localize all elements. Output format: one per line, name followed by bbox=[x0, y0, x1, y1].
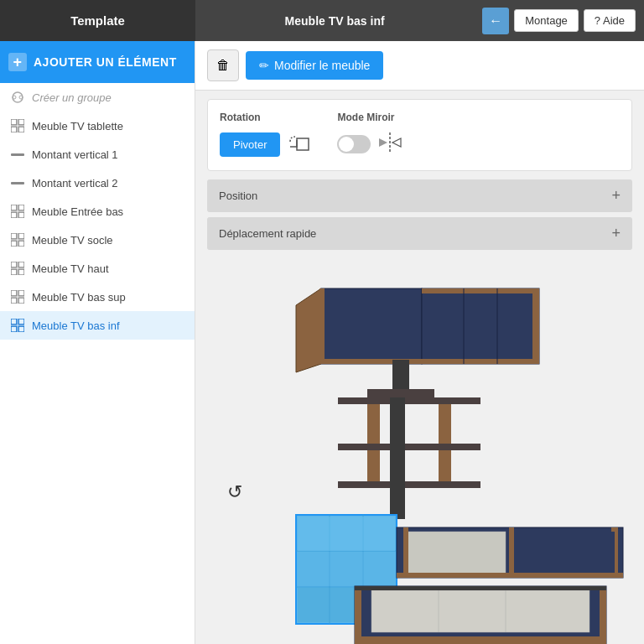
grid-icon-5 bbox=[10, 289, 25, 304]
back-button[interactable]: ← bbox=[482, 8, 509, 34]
svg-rect-5 bbox=[11, 127, 17, 132]
grid-icon-2 bbox=[10, 204, 25, 219]
svg-rect-62 bbox=[509, 527, 514, 578]
grid-icon-3 bbox=[10, 232, 25, 247]
svg-rect-6 bbox=[18, 127, 24, 132]
svg-rect-10 bbox=[18, 212, 24, 218]
sidebar-item-label: Meuble TV socle bbox=[32, 234, 113, 247]
sidebar: + AJOUTER UN ÉLÉMENT Créer un groupe Meu… bbox=[0, 41, 195, 644]
svg-rect-35 bbox=[422, 288, 539, 364]
deplacement-expand-icon: + bbox=[611, 225, 621, 242]
svg-rect-13 bbox=[11, 241, 17, 247]
svg-marker-30 bbox=[392, 138, 401, 147]
sidebar-item-haut[interactable]: Meuble TV haut bbox=[0, 254, 195, 283]
svg-rect-60 bbox=[405, 532, 506, 574]
svg-rect-36 bbox=[532, 288, 539, 364]
rotate-cursor-icon: ↺ bbox=[227, 481, 242, 503]
sidebar-item-montant2[interactable]: Montant vertical 2 bbox=[0, 169, 195, 197]
svg-rect-17 bbox=[11, 269, 17, 275]
main-layout: + AJOUTER UN ÉLÉMENT Créer un groupe Meu… bbox=[0, 41, 644, 644]
modifier-meuble-button[interactable]: ✏ Modifier le meuble bbox=[246, 51, 383, 80]
sidebar-item-montant1[interactable]: Montant vertical 1 bbox=[0, 140, 195, 169]
svg-rect-49 bbox=[338, 481, 480, 488]
top-bar-actions: ← Montage ? Aide bbox=[474, 0, 644, 41]
svg-rect-48 bbox=[439, 450, 451, 484]
svg-rect-68 bbox=[355, 586, 361, 644]
svg-rect-9 bbox=[11, 212, 17, 218]
svg-rect-70 bbox=[371, 590, 589, 632]
svg-rect-3 bbox=[11, 119, 17, 125]
svg-rect-73 bbox=[355, 586, 606, 590]
line-icon-2 bbox=[10, 175, 25, 190]
svg-rect-8 bbox=[18, 205, 24, 210]
group-icon bbox=[10, 90, 25, 105]
sidebar-item-bas-inf[interactable]: Meuble TV bas inf bbox=[0, 311, 195, 340]
montage-button[interactable]: Montage bbox=[514, 9, 579, 32]
svg-rect-44 bbox=[367, 404, 380, 446]
svg-marker-31 bbox=[296, 288, 321, 372]
position-expand-icon: + bbox=[611, 187, 621, 205]
template-title: Template bbox=[0, 0, 195, 41]
sidebar-item-tablette[interactable]: Meuble TV tablette bbox=[0, 112, 195, 140]
svg-rect-18 bbox=[18, 269, 24, 275]
toolbar: 🗑 ✏ Modifier le meuble bbox=[195, 41, 644, 91]
svg-rect-61 bbox=[403, 527, 408, 578]
pivoter-button[interactable]: Pivoter bbox=[220, 132, 280, 157]
miroir-icon bbox=[377, 130, 402, 158]
svg-rect-32 bbox=[321, 288, 422, 364]
svg-rect-7 bbox=[11, 205, 17, 210]
trash-icon: 🗑 bbox=[216, 58, 230, 73]
line-icon bbox=[10, 147, 25, 162]
sidebar-item-groupe[interactable]: Créer un groupe bbox=[0, 83, 195, 112]
delete-button[interactable]: 🗑 bbox=[207, 49, 239, 81]
svg-rect-38 bbox=[321, 359, 539, 364]
position-label: Position bbox=[219, 190, 257, 202]
svg-rect-64 bbox=[514, 532, 615, 574]
deplacement-label: Déplacement rapide bbox=[219, 227, 316, 240]
rotation-label: Rotation bbox=[220, 112, 312, 123]
miroir-toggle[interactable] bbox=[337, 135, 371, 153]
svg-rect-26 bbox=[18, 326, 24, 332]
svg-rect-37 bbox=[422, 288, 539, 293]
svg-rect-11 bbox=[11, 233, 17, 239]
svg-rect-56 bbox=[298, 517, 395, 551]
svg-rect-69 bbox=[600, 586, 606, 644]
canvas-area[interactable]: ↺ bbox=[195, 255, 644, 644]
grid-icon-4 bbox=[10, 261, 25, 276]
svg-rect-12 bbox=[18, 233, 24, 239]
svg-rect-41 bbox=[392, 360, 409, 393]
svg-rect-33 bbox=[319, 288, 325, 364]
svg-rect-23 bbox=[11, 319, 17, 325]
svg-rect-22 bbox=[18, 298, 24, 304]
top-bar: Template Meuble TV bas inf ← Montage ? A… bbox=[0, 0, 644, 41]
options-panel: Rotation Pivoter bbox=[207, 99, 632, 171]
add-element-button[interactable]: + AJOUTER UN ÉLÉMENT bbox=[0, 41, 195, 83]
svg-rect-65 bbox=[397, 573, 623, 578]
grid-icon-6 bbox=[10, 318, 25, 333]
svg-rect-50 bbox=[390, 397, 405, 519]
rotation-section: Rotation Pivoter bbox=[220, 112, 312, 158]
svg-rect-43 bbox=[338, 397, 480, 404]
aide-button[interactable]: ? Aide bbox=[584, 9, 636, 32]
sidebar-item-label: Meuble Entrée bas bbox=[32, 205, 123, 218]
svg-rect-67 bbox=[355, 636, 606, 644]
document-title: Meuble TV bas inf bbox=[195, 0, 474, 41]
svg-rect-42 bbox=[367, 389, 434, 397]
sidebar-item-bas-sup[interactable]: Meuble TV bas sup bbox=[0, 283, 195, 311]
grid-icon bbox=[10, 118, 25, 133]
sidebar-item-label: Montant vertical 1 bbox=[32, 148, 118, 161]
plus-icon: + bbox=[8, 53, 27, 71]
svg-rect-27 bbox=[297, 138, 309, 150]
svg-rect-47 bbox=[367, 450, 380, 484]
furniture-3d-view bbox=[246, 280, 644, 644]
deplacement-row[interactable]: Déplacement rapide + bbox=[207, 217, 632, 250]
svg-rect-4 bbox=[18, 119, 24, 125]
sidebar-item-socle[interactable]: Meuble TV socle bbox=[0, 226, 195, 254]
svg-rect-16 bbox=[18, 262, 24, 267]
svg-rect-46 bbox=[338, 444, 480, 450]
sidebar-item-entree-bas[interactable]: Meuble Entrée bas bbox=[0, 197, 195, 226]
sidebar-item-label: Meuble TV bas inf bbox=[32, 319, 120, 332]
svg-rect-25 bbox=[11, 326, 17, 332]
svg-rect-20 bbox=[18, 290, 24, 296]
position-row[interactable]: Position + bbox=[207, 179, 632, 212]
